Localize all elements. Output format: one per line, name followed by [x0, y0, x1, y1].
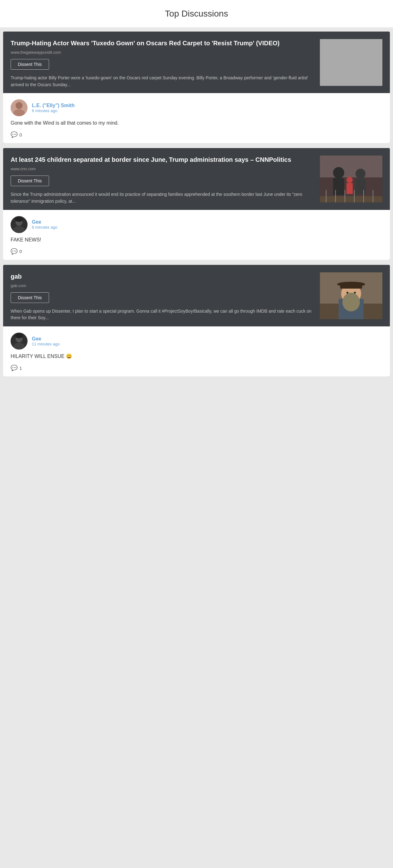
svg-point-30	[346, 292, 348, 293]
reply-icon[interactable]: 💬	[11, 131, 18, 138]
comment-body: FAKE NEWS!	[11, 236, 382, 244]
comment-meta: Gee 6 minutes ago	[32, 219, 58, 229]
card-title: gab	[11, 272, 314, 281]
comment-section: Gee 11 minutes ago HILARITY WILL ENSUE 😀…	[3, 327, 390, 376]
comment-time: 11 minutes ago	[32, 342, 60, 346]
svg-point-31	[354, 292, 356, 293]
comment-section: Gee 6 minutes ago FAKE NEWS! 💬 0	[3, 210, 390, 260]
discussions-container: Trump-Hating Actor Wears 'Tuxedo Gown' o…	[0, 32, 393, 376]
svg-point-8	[356, 169, 365, 179]
reply-count: 0	[19, 249, 22, 254]
comment-actions: 💬 1	[11, 365, 382, 371]
reply-count: 1	[19, 366, 22, 371]
reply-count: 0	[19, 132, 22, 137]
svg-point-10	[346, 177, 353, 183]
dissent-button[interactable]: Dissent This	[11, 59, 49, 70]
comment-actions: 💬 0	[11, 248, 382, 255]
comment-section: L.E. ("Elly") Smith 6 minutes ago Gone w…	[3, 93, 390, 143]
card-thumbnail	[320, 272, 382, 319]
card-source: gab.com	[11, 283, 314, 288]
avatar	[11, 216, 28, 233]
comment-body: Gone with the Wind is all that comes to …	[11, 119, 382, 127]
card-source: www.cnn.com	[11, 166, 314, 171]
comment-username: L.E. ("Elly") Smith	[32, 103, 75, 108]
dissent-button[interactable]: Dissent This	[11, 292, 49, 303]
card-content: Trump-Hating Actor Wears 'Tuxedo Gown' o…	[11, 39, 314, 88]
card-top: gab gab.com Dissent This When Gab opens …	[3, 265, 390, 327]
discussion-card: At least 245 children separated at borde…	[3, 148, 390, 259]
svg-point-29	[337, 282, 365, 287]
card-content: gab gab.com Dissent This When Gab opens …	[11, 272, 314, 321]
page-title: Top Discussions	[6, 9, 387, 19]
avatar	[11, 333, 28, 349]
comment-time: 6 minutes ago	[32, 108, 75, 113]
card-title: Trump-Hating Actor Wears 'Tuxedo Gown' o…	[11, 39, 314, 48]
svg-point-6	[333, 167, 344, 178]
comment-header: Gee 6 minutes ago	[11, 216, 382, 233]
comment-header: Gee 11 minutes ago	[11, 333, 382, 349]
comment-meta: Gee 11 minutes ago	[32, 336, 60, 346]
card-top: At least 245 children separated at borde…	[3, 148, 390, 210]
card-title: At least 245 children separated at borde…	[11, 156, 314, 164]
comment-header: L.E. ("Elly") Smith 6 minutes ago	[11, 99, 382, 116]
svg-point-35	[15, 333, 23, 338]
reply-icon[interactable]: 💬	[11, 365, 18, 371]
page-header: Top Discussions	[0, 0, 393, 28]
comment-username: Gee	[32, 219, 58, 225]
card-excerpt: When Gab opens up Dissenter, I plan to s…	[11, 308, 314, 321]
card-thumbnail	[320, 156, 382, 203]
comment-actions: 💬 0	[11, 131, 382, 138]
discussion-card: Trump-Hating Actor Wears 'Tuxedo Gown' o…	[3, 32, 390, 143]
dissent-button[interactable]: Dissent This	[11, 176, 49, 186]
comment-body: HILARITY WILL ENSUE 😀	[11, 353, 382, 360]
svg-point-22	[15, 217, 23, 222]
svg-point-27	[342, 293, 360, 311]
discussion-card: gab gab.com Dissent This When Gab opens …	[3, 265, 390, 376]
card-source: www.thegatewaypundit.com	[11, 50, 314, 55]
card-excerpt: Trump-hating actor Billy Porter wore a '…	[11, 75, 314, 88]
comment-time: 6 minutes ago	[32, 225, 58, 229]
card-top: Trump-Hating Actor Wears 'Tuxedo Gown' o…	[3, 32, 390, 93]
avatar	[11, 99, 28, 116]
svg-rect-9	[356, 179, 365, 194]
svg-rect-0	[320, 39, 382, 86]
card-content: At least 245 children separated at borde…	[11, 156, 314, 205]
reply-icon[interactable]: 💬	[11, 248, 18, 255]
card-excerpt: Since the Trump administration announced…	[11, 191, 314, 205]
svg-rect-7	[333, 178, 344, 195]
comment-meta: L.E. ("Elly") Smith 6 minutes ago	[32, 103, 75, 113]
svg-point-2	[16, 102, 23, 109]
svg-rect-11	[346, 183, 353, 194]
comment-username: Gee	[32, 336, 60, 342]
card-thumbnail	[320, 39, 382, 86]
